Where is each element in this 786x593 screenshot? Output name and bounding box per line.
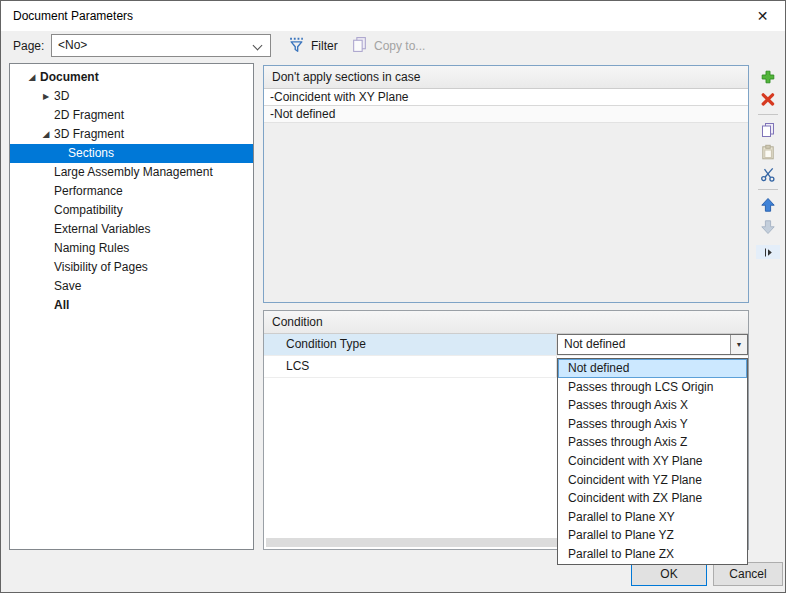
tree-item-sections[interactable]: Sections bbox=[10, 144, 253, 163]
tree-item-label: 3D Fragment bbox=[54, 127, 124, 141]
caret-down-icon: ▼ bbox=[736, 341, 743, 348]
combo-dropdown-button[interactable]: ▼ bbox=[730, 335, 747, 354]
page-dropdown[interactable]: <No> bbox=[51, 34, 271, 57]
delete-button[interactable] bbox=[755, 89, 781, 108]
tree-expand-icon[interactable]: ▶ bbox=[40, 87, 52, 106]
filter-button[interactable]: Filter bbox=[282, 33, 344, 59]
tree-item-label: Performance bbox=[54, 184, 123, 198]
close-icon: ✕ bbox=[757, 8, 769, 24]
red-x-icon bbox=[760, 91, 776, 107]
dropdown-option-not-defined[interactable]: Not defined bbox=[558, 359, 747, 378]
tree-item-3d[interactable]: ▶3D bbox=[10, 87, 253, 106]
tree-item-all[interactable]: All bbox=[10, 296, 253, 315]
tree-item-label: Large Assembly Management bbox=[54, 165, 213, 179]
close-button[interactable]: ✕ bbox=[740, 1, 785, 31]
tree-item-label: All bbox=[54, 298, 69, 312]
dropdown-option-passes-through-axis-z[interactable]: Passes through Axis Z bbox=[558, 433, 747, 452]
copy-to-icon bbox=[351, 36, 368, 56]
plus-icon bbox=[760, 69, 776, 85]
dropdown-option-passes-through-axis-x[interactable]: Passes through Axis X bbox=[558, 396, 747, 415]
cancel-button[interactable]: Cancel bbox=[713, 562, 783, 586]
overflow-handle-icon bbox=[761, 247, 775, 258]
overflow-button[interactable] bbox=[756, 245, 780, 259]
condition-type-value: Not defined bbox=[558, 335, 730, 354]
dropdown-option-coincident-with-xy-plane[interactable]: Coincident with XY Plane bbox=[558, 452, 747, 471]
condition-header: Condition bbox=[264, 311, 748, 334]
tree-item-label: Naming Rules bbox=[54, 241, 129, 255]
tree-item-label: Sections bbox=[68, 146, 114, 160]
tree-item-label: Save bbox=[54, 279, 81, 293]
toolbar-separator bbox=[758, 189, 778, 190]
section-case-row[interactable]: -Not defined bbox=[264, 106, 748, 123]
condition-row-condition-type[interactable]: Condition TypeNot defined▼ bbox=[264, 334, 748, 356]
condition-type-dropdown-list: Not definedPasses through LCS OriginPass… bbox=[557, 358, 748, 565]
tree-item-label: Compatibility bbox=[54, 203, 123, 217]
copy-icon bbox=[760, 122, 776, 138]
tree-item-label: 2D Fragment bbox=[54, 108, 124, 122]
arrow-up-icon bbox=[760, 197, 776, 213]
tree-item-visibility-of-pages[interactable]: Visibility of Pages bbox=[10, 258, 253, 277]
tree-item-compatibility[interactable]: Compatibility bbox=[10, 201, 253, 220]
tree-item-2d-fragment[interactable]: 2D Fragment bbox=[10, 106, 253, 125]
toolbar-separator bbox=[758, 114, 778, 115]
dont-apply-sections-list: -Coincident with XY Plane-Not defined bbox=[264, 89, 748, 123]
tree-item-label: Document bbox=[40, 70, 99, 84]
tree-item-3d-fragment[interactable]: ◢3D Fragment bbox=[10, 125, 253, 144]
tree-item-performance[interactable]: Performance bbox=[10, 182, 253, 201]
dont-apply-sections-header: Don't apply sections in case bbox=[264, 66, 748, 89]
filter-label: Filter bbox=[311, 39, 338, 53]
paste-icon bbox=[760, 144, 776, 160]
paste-button bbox=[755, 142, 781, 161]
settings-tree: ◢Document▶3D2D Fragment◢3D FragmentSecti… bbox=[9, 63, 254, 550]
dropdown-option-passes-through-axis-y[interactable]: Passes through Axis Y bbox=[558, 415, 747, 434]
dropdown-option-parallel-to-plane-zx[interactable]: Parallel to Plane ZX bbox=[558, 545, 747, 564]
document-parameters-dialog: Document Parameters ✕ Page: <No> Filter … bbox=[0, 0, 786, 593]
tree-collapse-icon[interactable]: ◢ bbox=[40, 125, 52, 144]
filter-icon bbox=[288, 36, 305, 56]
condition-row-name: LCS bbox=[264, 356, 556, 377]
ok-button[interactable]: OK bbox=[631, 562, 707, 586]
tree-item-external-variables[interactable]: External Variables bbox=[10, 220, 253, 239]
tree-collapse-icon[interactable]: ◢ bbox=[26, 68, 38, 87]
window-title: Document Parameters bbox=[13, 1, 133, 31]
dropdown-option-coincident-with-yz-plane[interactable]: Coincident with YZ Plane bbox=[558, 471, 747, 490]
tree-item-label: Visibility of Pages bbox=[54, 260, 148, 274]
copy-to-label: Copy to... bbox=[374, 39, 425, 53]
tree-item-label: External Variables bbox=[54, 222, 151, 236]
condition-type-combobox[interactable]: Not defined▼ bbox=[557, 334, 748, 355]
add-button[interactable] bbox=[755, 67, 781, 86]
dropdown-option-passes-through-lcs-origin[interactable]: Passes through LCS Origin bbox=[558, 378, 747, 397]
condition-row-name: Condition Type bbox=[264, 334, 556, 355]
tree-item-label: 3D bbox=[54, 89, 69, 103]
tree-item-document[interactable]: ◢Document bbox=[10, 68, 253, 87]
chevron-down-icon bbox=[253, 41, 263, 51]
section-case-row[interactable]: -Coincident with XY Plane bbox=[264, 89, 748, 106]
top-toolbar: Page: <No> Filter Copy to... bbox=[1, 31, 785, 61]
cut-button[interactable] bbox=[755, 164, 781, 183]
title-bar: Document Parameters ✕ bbox=[1, 1, 785, 31]
page-label: Page: bbox=[13, 31, 44, 61]
tree-item-large-assembly-management[interactable]: Large Assembly Management bbox=[10, 163, 253, 182]
dropdown-option-parallel-to-plane-xy[interactable]: Parallel to Plane XY bbox=[558, 508, 747, 527]
copy-button[interactable] bbox=[755, 120, 781, 139]
condition-row-value[interactable]: Not defined▼ bbox=[556, 334, 748, 355]
tree-item-save[interactable]: Save bbox=[10, 277, 253, 296]
arrow-down-icon bbox=[760, 219, 776, 235]
dropdown-option-parallel-to-plane-yz[interactable]: Parallel to Plane YZ bbox=[558, 526, 747, 545]
copy-to-button[interactable]: Copy to... bbox=[345, 33, 431, 59]
scissors-icon bbox=[760, 166, 776, 182]
list-edit-toolbar bbox=[752, 67, 784, 262]
page-dropdown-value: <No> bbox=[58, 38, 87, 52]
dont-apply-sections-panel: Don't apply sections in case -Coincident… bbox=[263, 65, 749, 303]
move-up-button[interactable] bbox=[755, 195, 781, 214]
move-down-button bbox=[755, 217, 781, 236]
tree-item-naming-rules[interactable]: Naming Rules bbox=[10, 239, 253, 258]
dropdown-option-coincident-with-zx-plane[interactable]: Coincident with ZX Plane bbox=[558, 489, 747, 508]
